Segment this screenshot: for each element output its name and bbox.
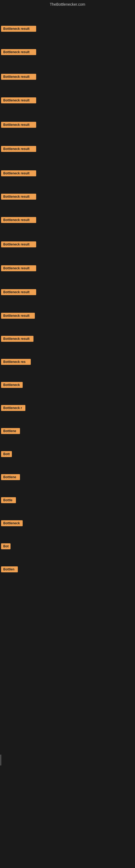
cursor-line: [1, 755, 1, 766]
bar-row-13[interactable]: Bottleneck result: [0, 334, 35, 344]
bottleneck-result-bar-19[interactable]: Bottlene: [1, 474, 20, 480]
bar-row-3[interactable]: Bottleneck result: [0, 96, 37, 106]
bar-row-20[interactable]: Bottle: [0, 496, 17, 506]
bar-row-19[interactable]: Bottlene: [0, 472, 21, 483]
bar-row-1[interactable]: Bottleneck result: [0, 48, 37, 58]
bar-row-10[interactable]: Bottleneck result: [0, 264, 37, 274]
bar-row-16[interactable]: Bottleneck r: [0, 403, 27, 414]
bar-row-23[interactable]: Bottlen: [0, 565, 19, 575]
bottleneck-result-bar-22[interactable]: Bot: [1, 543, 10, 549]
bottleneck-result-bar-13[interactable]: Bottleneck result: [1, 336, 34, 342]
bar-row-17[interactable]: Bottlene: [0, 426, 21, 437]
bar-row-21[interactable]: Bottleneck: [0, 519, 24, 529]
bottleneck-result-bar-15[interactable]: Bottleneck: [1, 382, 23, 388]
bottleneck-result-bar-21[interactable]: Bottleneck: [1, 520, 23, 526]
bottleneck-result-bar-9[interactable]: Bottleneck result: [1, 241, 36, 247]
bottleneck-result-bar-11[interactable]: Bottleneck result: [1, 289, 36, 295]
bars-container: Bottleneck resultBottleneck resultBottle…: [0, 9, 135, 868]
bar-row-11[interactable]: Bottleneck result: [0, 287, 37, 298]
bar-row-12[interactable]: Bottleneck result: [0, 311, 36, 321]
bottleneck-result-bar-17[interactable]: Bottlene: [1, 428, 20, 434]
bottleneck-result-bar-4[interactable]: Bottleneck result: [1, 122, 36, 128]
bar-row-14[interactable]: Bottleneck res: [0, 357, 32, 368]
bottleneck-result-bar-12[interactable]: Bottleneck result: [1, 313, 35, 319]
bottleneck-result-bar-8[interactable]: Bottleneck result: [1, 217, 36, 223]
bottleneck-result-bar-7[interactable]: Bottleneck result: [1, 194, 36, 199]
bar-row-15[interactable]: Bottleneck: [0, 380, 24, 391]
bottleneck-result-bar-2[interactable]: Bottleneck result: [1, 74, 36, 80]
bottleneck-result-bar-6[interactable]: Bottleneck result: [1, 170, 36, 176]
bar-row-5[interactable]: Bottleneck result: [0, 144, 37, 155]
bottleneck-result-bar-16[interactable]: Bottleneck r: [1, 405, 26, 411]
bottleneck-result-bar-0[interactable]: Bottleneck result: [1, 26, 36, 32]
site-title: TheBottlenecker.com: [0, 0, 135, 9]
bottleneck-result-bar-3[interactable]: Bottleneck result: [1, 97, 36, 103]
bar-row-7[interactable]: Bottleneck result: [0, 192, 37, 203]
bar-row-8[interactable]: Bottleneck result: [0, 215, 37, 226]
bottleneck-result-bar-23[interactable]: Bottlen: [1, 566, 18, 572]
bar-row-4[interactable]: Bottleneck result: [0, 120, 37, 130]
bar-row-2[interactable]: Bottleneck result: [0, 72, 37, 83]
bar-row-22[interactable]: Bot: [0, 542, 12, 552]
bar-row-0[interactable]: Bottleneck result: [0, 24, 37, 34]
bar-row-6[interactable]: Bottleneck result: [0, 169, 37, 179]
bottleneck-result-bar-14[interactable]: Bottleneck res: [1, 359, 31, 365]
bottleneck-result-bar-10[interactable]: Bottleneck result: [1, 265, 36, 271]
bottleneck-result-bar-20[interactable]: Bottle: [1, 497, 16, 503]
bar-row-9[interactable]: Bottleneck result: [0, 240, 37, 250]
bottleneck-result-bar-5[interactable]: Bottleneck result: [1, 146, 36, 152]
bottleneck-result-bar-18[interactable]: Bott: [1, 451, 12, 457]
bar-row-18[interactable]: Bott: [0, 450, 13, 460]
bottleneck-result-bar-1[interactable]: Bottleneck result: [1, 49, 36, 55]
